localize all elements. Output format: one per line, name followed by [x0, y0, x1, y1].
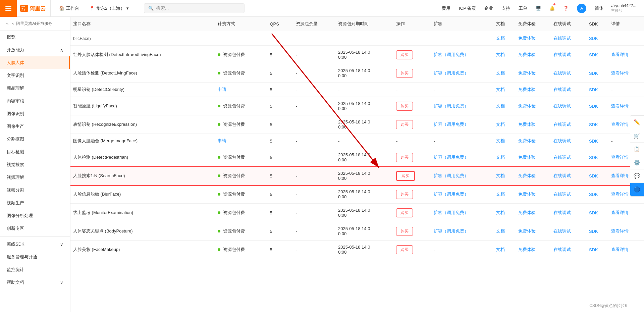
clipboard-icon-button[interactable]: 📋 [630, 143, 644, 156]
doc-link[interactable]: 文档 [496, 155, 505, 160]
detail-link[interactable]: 查看详情 [611, 210, 629, 215]
sidebar-item-image-analysis[interactable]: 图像分析处理 [0, 209, 70, 222]
expand-link[interactable]: 扩容（调用免费） [434, 70, 469, 75]
detail-link[interactable]: 查看详情 [611, 103, 629, 108]
detail-link[interactable]: 查看详情 [611, 192, 629, 197]
sdk-link[interactable]: SDK [589, 155, 598, 160]
trial-link[interactable]: 免费体验 [518, 155, 536, 160]
sidebar-item-video-gen[interactable]: 视频生产 [0, 197, 70, 209]
edit-icon-button[interactable]: ✏️ [630, 116, 644, 129]
doc-link[interactable]: 文档 [496, 103, 505, 108]
trial-link[interactable]: 免费体验 [518, 87, 536, 92]
detail-link[interactable]: 查看详情 [611, 70, 629, 75]
trial-link[interactable]: 免费体验 [518, 173, 536, 178]
trial-link[interactable]: 免费体验 [518, 103, 536, 108]
doc-link[interactable]: 文档 [496, 192, 505, 197]
sdk-link[interactable]: SDK [589, 122, 598, 127]
sidebar-item-innovation[interactable]: 创新专区 [0, 222, 70, 235]
sdk-link[interactable]: SDK [589, 192, 598, 197]
sdk-link[interactable]: SDK [589, 139, 598, 144]
sdk-link[interactable]: SDK [589, 247, 598, 252]
expand-link[interactable]: 扩容（调用免费） [434, 210, 469, 215]
sidebar-item-docs[interactable]: 帮助文档 ∨ [0, 276, 70, 289]
region-selector[interactable]: 📍 华东2（上海） ▾ [84, 0, 134, 17]
apply-link[interactable]: 申请 [218, 87, 226, 92]
expand-link[interactable]: 扩容（调用免费） [434, 52, 469, 57]
sidebar-item-segmentation[interactable]: 分割抠图 [0, 133, 70, 146]
trial-link[interactable]: 免费体验 [518, 247, 536, 252]
debug-link[interactable]: 在线调试 [553, 87, 571, 92]
debug-link[interactable]: 在线调试 [553, 36, 571, 41]
debug-link[interactable]: 在线调试 [553, 103, 571, 108]
trial-link[interactable]: 免费体验 [518, 192, 536, 197]
doc-link[interactable]: 文档 [496, 122, 505, 127]
expand-link[interactable]: 扩容（调用免费） [434, 173, 469, 178]
sidebar-item-object-detection[interactable]: 目标检测 [0, 146, 70, 158]
sidebar-item-image-recognition[interactable]: 图像识别 [0, 107, 70, 120]
sidebar-item-overview[interactable]: 概览 [0, 31, 70, 44]
menu-button[interactable] [0, 0, 17, 17]
notification-bell[interactable]: 🔔 [546, 0, 558, 17]
doc-link[interactable]: 文档 [496, 228, 505, 233]
sidebar-item-visual-search[interactable]: 视觉搜索 [0, 158, 70, 171]
sidebar-section-open-ability[interactable]: 开放能力 ∧ [0, 44, 70, 56]
logo[interactable]: 云 阿里云 [17, 0, 50, 17]
expand-link[interactable]: 扩容（调用免费） [434, 192, 469, 197]
cart-icon-button[interactable]: 🛒 [630, 129, 644, 143]
buy-button[interactable]: 购买 [396, 50, 413, 59]
trial-link[interactable]: 免费体验 [518, 122, 536, 127]
help-button[interactable]: ❓ [560, 0, 572, 17]
trial-link[interactable]: 免费体验 [518, 70, 536, 75]
workorder-button[interactable]: 工单 [515, 0, 531, 17]
debug-link[interactable]: 在线调试 [553, 192, 571, 197]
doc-link[interactable]: 文档 [496, 210, 505, 215]
sdk-link[interactable]: SDK [589, 210, 598, 215]
buy-button[interactable]: 购买 [396, 153, 413, 162]
debug-link[interactable]: 在线调试 [553, 52, 571, 57]
doc-link[interactable]: 文档 [496, 247, 505, 252]
debug-link[interactable]: 在线调试 [553, 70, 571, 75]
detail-link[interactable]: 查看详情 [611, 155, 629, 160]
doc-link[interactable]: 文档 [496, 52, 505, 57]
doc-link[interactable]: 文档 [496, 36, 505, 41]
fees-button[interactable]: 费用 [438, 0, 454, 17]
chat-icon-button[interactable]: 💬 [630, 169, 644, 183]
search-input[interactable] [156, 6, 240, 11]
sidebar-item-image-gen[interactable]: 图像生产 [0, 120, 70, 133]
expand-link[interactable]: 扩容（调用免费） [434, 122, 469, 127]
trial-link[interactable]: 免费体验 [518, 36, 536, 41]
service-icon-button[interactable]: 🔵 [630, 183, 644, 196]
debug-link[interactable]: 在线调试 [553, 228, 571, 233]
doc-link[interactable]: 文档 [496, 173, 505, 178]
buy-button[interactable]: 购买 [396, 190, 413, 199]
doc-link[interactable]: 文档 [496, 70, 505, 75]
enterprise-button[interactable]: 企业 [481, 0, 496, 17]
debug-link[interactable]: 在线调试 [553, 247, 571, 252]
buy-button[interactable]: 购买 [396, 102, 413, 111]
sdk-link[interactable]: SDK [589, 229, 598, 234]
support-button[interactable]: 支持 [498, 0, 514, 17]
sdk-link[interactable]: SDK [589, 52, 598, 57]
buy-button[interactable]: 购买 [396, 208, 413, 217]
buy-button[interactable]: 购买 [396, 69, 413, 78]
sidebar-item-product[interactable]: 商品理解 [0, 82, 70, 95]
sidebar-item-content-audit[interactable]: 内容审核 [0, 95, 70, 107]
buy-button[interactable]: 购买 [396, 245, 413, 254]
sidebar-item-service-mgmt[interactable]: 服务管理与开通 [0, 251, 70, 263]
sidebar-item-video-segmentation[interactable]: 视频分割 [0, 184, 70, 197]
sidebar-item-face-body[interactable]: 人脸人体 [0, 56, 70, 69]
expand-link[interactable]: 扩容（调用免费） [434, 103, 469, 108]
settings-icon-button[interactable]: ⚙️ [630, 156, 644, 169]
icp-button[interactable]: ICP 备案 [455, 0, 479, 17]
doc-link[interactable]: 文档 [496, 87, 505, 92]
debug-link[interactable]: 在线调试 [553, 122, 571, 127]
expand-link[interactable]: 扩容（调用免费） [434, 228, 469, 233]
sdk-link[interactable]: SDK [589, 87, 598, 92]
debug-link[interactable]: 在线调试 [553, 155, 571, 160]
expand-link[interactable]: 扩容（调用免费） [434, 155, 469, 160]
trial-link[interactable]: 免费体验 [518, 228, 536, 233]
sidebar-item-ocr[interactable]: 文字识别 [0, 69, 70, 82]
apply-link[interactable]: 申请 [218, 138, 226, 143]
buy-button[interactable]: 购买 [396, 120, 413, 129]
search-box[interactable]: 🔍 [144, 3, 245, 13]
